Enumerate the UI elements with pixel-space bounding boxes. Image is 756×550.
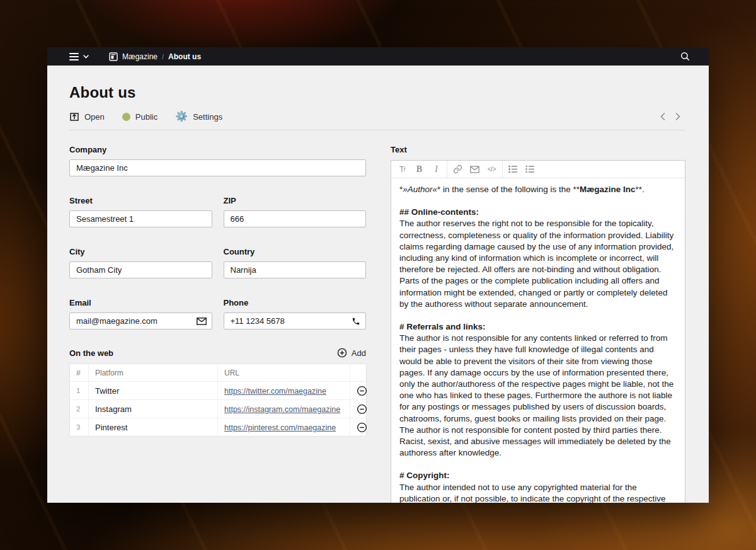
chevron-right-icon [675, 113, 680, 120]
topbar: Mægazine / About us [47, 47, 709, 66]
italic-button[interactable]: I [428, 161, 445, 178]
bold-button[interactable]: B [411, 161, 428, 178]
status-public[interactable]: Public [122, 112, 158, 122]
search-button[interactable] [680, 52, 690, 61]
email-icon [197, 318, 207, 325]
country-input[interactable] [224, 261, 367, 278]
menu-button[interactable] [69, 53, 89, 60]
story-icon [109, 52, 118, 61]
hamburger-icon [69, 53, 79, 60]
col-header-url: URL [218, 364, 350, 382]
remove-row-button[interactable] [357, 422, 367, 433]
ordered-list-icon [525, 165, 535, 173]
breadcrumb-separator: / [162, 53, 164, 60]
editor-section: # Copyright: The author intended not to … [399, 470, 677, 503]
editor-toolbar: Tr B I </> [391, 161, 685, 178]
platform-cell: Instagram [89, 400, 218, 418]
table-row: 3 Pinterest https://pinterest.com/maegaz… [70, 418, 367, 437]
remove-icon [357, 422, 367, 433]
col-header-num: # [70, 364, 89, 382]
settings-label: Settings [193, 112, 222, 122]
street-input[interactable] [69, 210, 212, 227]
ordered-list-button[interactable] [522, 161, 539, 178]
status-label: Public [135, 112, 158, 122]
chevron-left-icon [660, 113, 665, 120]
url-link[interactable]: https://instagram.com/maegazine [224, 405, 340, 414]
street-label: Street [69, 196, 212, 205]
url-link[interactable]: https://twitter.com/maegazine [224, 387, 326, 396]
open-icon [69, 112, 79, 122]
col-header-platform: Platform [89, 364, 218, 382]
settings-button[interactable]: ⚙️​ Settings [175, 112, 222, 122]
company-form: Company Street ZIP City [69, 145, 366, 503]
add-label: Add [352, 348, 366, 358]
zip-label: ZIP [224, 196, 367, 205]
add-link-button[interactable]: Add [337, 348, 366, 358]
platform-cell: Twitter [89, 382, 218, 400]
phone-input[interactable] [224, 312, 367, 329]
search-icon [680, 52, 690, 61]
section-body: The author reserves the right not to be … [399, 218, 677, 310]
open-label: Open [84, 112, 105, 122]
toolbar-divider [502, 161, 503, 178]
section-heading: ## Online-contents: [399, 207, 677, 218]
email-link-button[interactable] [466, 161, 483, 178]
platform-cell: Pinterest [89, 418, 218, 437]
remove-icon [357, 386, 367, 396]
text-editor-column: Text Tr B I </> [391, 145, 685, 503]
markdown-editor: Tr B I </> [391, 160, 685, 503]
editor-section: # Referrals and links: The author is not… [399, 321, 677, 459]
breadcrumb: Mægazine / About us [109, 52, 201, 61]
url-link[interactable]: https://pinterest.com/maegazine [224, 423, 336, 432]
row-index: 2 [70, 400, 89, 418]
section-heading: # Copyright: [399, 470, 677, 481]
open-button[interactable]: Open [69, 112, 105, 122]
remove-row-button[interactable] [357, 404, 367, 415]
phone-label: Phone [224, 298, 367, 307]
breadcrumb-app[interactable]: Mægazine [122, 52, 158, 61]
link-icon [453, 164, 462, 174]
toolbar-divider [447, 161, 447, 178]
next-button[interactable] [670, 113, 685, 120]
section-heading: # Referrals and links: [399, 321, 677, 333]
section-body: The author intended not to use any copyr… [399, 482, 677, 503]
gear-icon: ⚙️​ [175, 112, 188, 121]
page-actions: Open Public ⚙️​ Settings [69, 111, 685, 122]
header-divider [69, 130, 685, 130]
social-links-table: # Platform URL 1 Twitter https://twitter… [69, 364, 367, 437]
page-title: About us [69, 84, 685, 101]
table-row: 1 Twitter https://twitter.com/maegazine [70, 382, 367, 400]
country-label: Country [224, 247, 367, 256]
app-window: Mægazine / About us About us Open [47, 47, 709, 503]
email-input[interactable] [69, 312, 212, 329]
zip-input[interactable] [224, 210, 367, 227]
city-input[interactable] [69, 261, 212, 278]
editor-section: ## Online-contents: The author reserves … [399, 207, 677, 310]
prev-button[interactable] [655, 113, 670, 120]
remove-row-button[interactable] [357, 386, 367, 396]
chevron-down-icon [83, 55, 89, 59]
company-label: Company [69, 145, 366, 154]
row-index: 3 [70, 418, 89, 437]
row-index: 1 [70, 382, 89, 400]
status-dot [122, 113, 130, 121]
section-body: The author is not responsible for any co… [399, 333, 677, 459]
breadcrumb-page: About us [168, 52, 201, 61]
editor-content[interactable]: *»Author«* in the sense of the following… [391, 178, 685, 503]
text-label: Text [391, 145, 685, 154]
phone-icon [352, 317, 360, 326]
email-label: Email [69, 298, 212, 307]
format-text-button[interactable]: Tr [394, 161, 411, 178]
code-button[interactable]: </> [483, 161, 500, 178]
mail-icon [470, 166, 479, 173]
bullet-list-button[interactable] [505, 161, 522, 178]
company-input[interactable] [69, 159, 366, 176]
bullet-list-icon [508, 165, 518, 173]
intro-line: *»Author«* in the sense of the following… [399, 184, 677, 195]
add-icon [337, 348, 347, 358]
city-label: City [69, 247, 212, 256]
on-the-web-title: On the web [69, 348, 113, 358]
link-button[interactable] [449, 161, 466, 178]
table-row: 2 Instagram https://instagram.com/maegaz… [70, 400, 367, 418]
remove-icon [357, 404, 367, 415]
